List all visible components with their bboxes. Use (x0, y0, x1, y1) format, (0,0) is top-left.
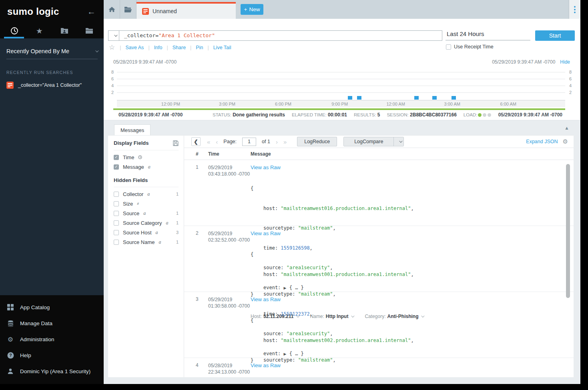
message-content: View as Raw { host: "mailstreamwest016.p… (251, 164, 574, 226)
favorites-tab[interactable]: ★ (33, 23, 45, 38)
next-page-icon[interactable]: › (276, 138, 278, 145)
help-icon: ? (7, 352, 14, 359)
gridline (117, 86, 565, 86)
field-message[interactable]: ✓ Message a (114, 162, 179, 172)
histogram-bar[interactable] (452, 96, 456, 100)
start-search-button[interactable]: Start (535, 30, 575, 41)
source-host-checkbox[interactable] (114, 230, 119, 235)
string-type-icon: a (148, 164, 151, 170)
chevron-down-icon (114, 33, 117, 36)
app-catalog-grid-icon (7, 304, 14, 310)
messages-region: ▲ Messages Display Fields ✓ Time (104, 120, 580, 384)
size-checkbox[interactable] (114, 201, 119, 206)
favorite-star-icon[interactable]: ☆ (109, 43, 115, 52)
sidebar-item-manage-data[interactable]: Manage Data (0, 315, 104, 331)
recent-search-item[interactable]: _collector="Area 1 Collector" (6, 82, 97, 89)
new-tab-button[interactable]: + New (241, 4, 263, 15)
search-query-input[interactable]: _collector="Area 1 Collector" (119, 31, 442, 40)
field-time[interactable]: ✓ Time (114, 152, 179, 162)
field-source-name[interactable]: Source Name a 1 (114, 237, 179, 247)
gear-icon[interactable]: ⚙ (563, 138, 568, 145)
menu-item-label: App Catalog (20, 304, 50, 310)
active-tab-indicator (4, 37, 24, 38)
field-source[interactable]: Source a 1 (114, 208, 179, 218)
field-size[interactable]: Size # (114, 199, 179, 208)
message-row[interactable]: 2 05/29/201902:32:52.000 -0700 View as R… (184, 226, 574, 292)
histogram-bar[interactable] (414, 96, 419, 100)
time-checkbox[interactable]: ✓ (114, 155, 119, 160)
column-time: Time (208, 151, 251, 157)
pin-link[interactable]: Pin (191, 45, 207, 50)
share-link[interactable]: Share (168, 45, 190, 50)
page-number-input[interactable] (242, 138, 256, 146)
collapse-panel-icon[interactable]: ▲ (564, 125, 569, 131)
logcompare-button[interactable]: LogCompare (344, 137, 393, 146)
tab-messages[interactable]: Messages (114, 124, 151, 135)
view-as-raw-link[interactable]: View as Raw (251, 164, 574, 170)
field-source-host[interactable]: Source Host a 3 (114, 228, 179, 237)
expand-json-link[interactable]: Expand JSON (526, 139, 558, 144)
string-type-icon: a (156, 230, 158, 236)
shared-content-tab[interactable] (58, 23, 70, 38)
list-scrollbar[interactable] (566, 163, 570, 376)
use-receipt-time-checkbox[interactable] (446, 44, 451, 50)
collector-checkbox[interactable] (114, 192, 119, 197)
field-collector[interactable]: Collector a 1 (114, 189, 179, 199)
sidebar-item-account[interactable]: Dominic Yip (Area 1 Security) (0, 363, 104, 379)
x-axis-tick: 3:00 PM (219, 102, 235, 106)
message-row[interactable]: 3 05/29/201901:30:58.000 -0700 View as R… (184, 292, 574, 358)
library-tab[interactable] (83, 23, 95, 38)
recents-tab[interactable] (8, 23, 20, 38)
chevron-down-icon (95, 49, 98, 52)
logreduce-button[interactable]: LogReduce (297, 137, 337, 146)
live-tail-link[interactable]: Live Tail (209, 45, 236, 50)
use-receipt-time-option[interactable]: Use Receipt Time (446, 44, 494, 50)
results-timeline: 05/28/2019 9:39:47 AM -0700 05/29/2019 9… (104, 58, 580, 120)
collapse-sidebar-icon[interactable]: ← (87, 7, 96, 16)
view-as-raw-link[interactable]: View as Raw (251, 296, 574, 302)
sidebar-item-help[interactable]: ? Help (0, 347, 104, 363)
tab-options-menu[interactable] (569, 0, 580, 19)
histogram-axis: 12:00 PM3:00 PM6:00 PM9:00 PM12:00 AM3:0… (117, 100, 565, 107)
logcompare-dropdown[interactable] (393, 137, 403, 146)
home-button[interactable] (104, 0, 120, 19)
time-range-selector[interactable]: Last 24 Hours (446, 29, 530, 40)
x-axis-tick: 9:00 PM (331, 102, 348, 106)
histogram-plot[interactable]: 88664422 (117, 69, 565, 100)
last-page-icon[interactable]: » (283, 138, 287, 145)
source-name-checkbox[interactable] (114, 240, 119, 245)
info-link[interactable]: Info (150, 45, 167, 50)
first-page-icon[interactable]: « (207, 138, 210, 145)
histogram-bar[interactable] (348, 96, 352, 100)
save-as-link[interactable]: Save As (121, 45, 149, 50)
prev-page-icon[interactable]: ‹ (216, 138, 218, 145)
histogram-bar[interactable] (432, 96, 437, 100)
sumo-logic-app: sumo logic ← ★ Recently Opened By Me REC… (0, 0, 580, 384)
hide-timeline-link[interactable]: Hide (560, 59, 570, 65)
field-source-category[interactable]: Source Category a 1 (114, 218, 179, 228)
view-as-raw-link[interactable]: View as Raw (251, 362, 574, 368)
save-fields-icon[interactable] (173, 140, 179, 146)
scrollbar-thumb[interactable] (566, 164, 570, 298)
message-row[interactable]: 1 05/29/201903:43:18.000 -0700 View as R… (184, 160, 574, 226)
collapse-fields-button[interactable]: ❮ (191, 137, 201, 146)
tab-unnamed[interactable]: Unnamed (136, 2, 236, 19)
source-checkbox[interactable] (114, 211, 119, 216)
load-indicator (478, 113, 491, 117)
menu-item-label: Administration (20, 336, 54, 342)
menu-item-label: Dominic Yip (Area 1 Security) (20, 368, 90, 374)
sidebar-item-administration[interactable]: ⚙ Administration (0, 331, 104, 347)
string-type-icon: a (147, 191, 150, 197)
field-count: 1 (176, 220, 179, 225)
sidebar-item-app-catalog[interactable]: App Catalog (0, 299, 104, 315)
source-category-checkbox[interactable] (114, 220, 119, 226)
open-library-button[interactable] (120, 0, 136, 19)
view-as-raw-link[interactable]: View as Raw (251, 230, 574, 236)
query-history-dropdown[interactable] (108, 31, 119, 40)
recents-section-header[interactable]: Recently Opened By Me (6, 48, 98, 59)
message-number: 1 (196, 164, 208, 226)
message-checkbox[interactable]: ✓ (114, 164, 119, 170)
string-type-icon: a (159, 239, 161, 245)
histogram-bar[interactable] (357, 96, 361, 100)
query-value: "Area 1 Collector" (159, 32, 215, 38)
